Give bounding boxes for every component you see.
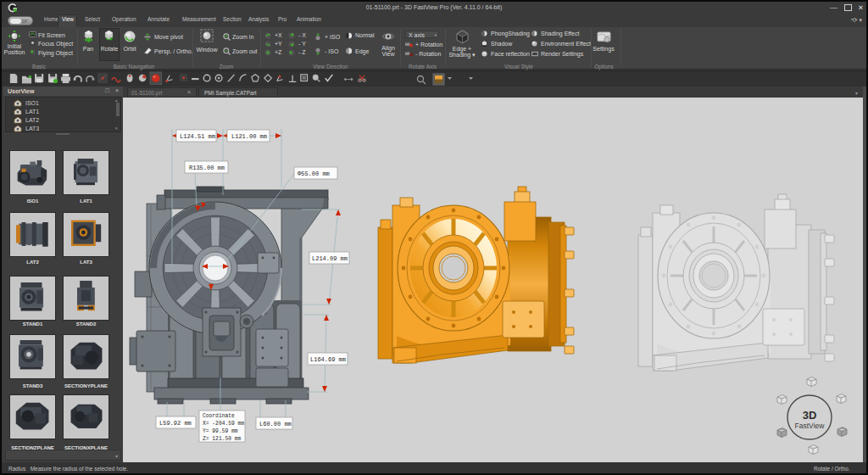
svg-text:LAT3: LAT3 (25, 126, 39, 131)
svg-text:L60.00 mm: L60.00 mm (259, 421, 292, 428)
svg-text:L124.51 mm: L124.51 mm (180, 133, 215, 140)
svg-text:Coordinate: Coordinate (203, 413, 235, 419)
svg-text:Z= 121.50 mm: Z= 121.50 mm (203, 436, 242, 442)
svg-text:X= -204.59 mm: X= -204.59 mm (203, 421, 244, 427)
svg-text:L214.09 mm: L214.09 mm (312, 255, 348, 262)
svg-text:Y= 99.59 mm: Y= 99.59 mm (203, 428, 238, 434)
svg-text:Φ55.00 mm: Φ55.00 mm (298, 170, 330, 177)
svg-text:FastView: FastView (795, 422, 826, 430)
svg-text:L121.00 mm: L121.00 mm (231, 133, 267, 140)
svg-text:ISO1: ISO1 (25, 100, 39, 106)
svg-text:R135.00 mm: R135.00 mm (189, 165, 225, 171)
svg-text:LAT1: LAT1 (25, 109, 39, 115)
svg-text:L164.69 mm: L164.69 mm (310, 356, 346, 363)
svg-text:3D: 3D (803, 409, 817, 422)
svg-text:L59.92 mm: L59.92 mm (159, 420, 192, 427)
svg-text:LAT2: LAT2 (25, 117, 39, 123)
